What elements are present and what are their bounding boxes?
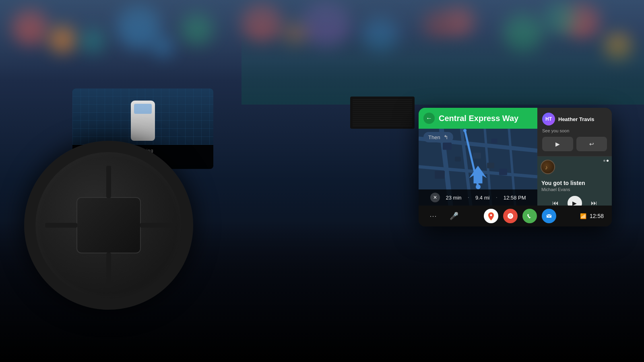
navbar-time: 12:58 xyxy=(590,213,604,219)
svg-rect-10 xyxy=(473,153,481,159)
music-note-icon: ♪ xyxy=(544,163,552,171)
album-art: ♪ xyxy=(541,160,555,174)
avatar-initials: HT xyxy=(545,116,552,122)
messages-icon xyxy=(545,212,553,220)
sender-avatar: HT xyxy=(542,113,555,125)
message-notification-card[interactable]: HT Heather Travis See you soon ▶ ↩ xyxy=(537,108,612,156)
message-actions: ▶ ↩ xyxy=(542,137,607,151)
sender-name: Heather Travis xyxy=(558,116,594,122)
youtube-music-icon xyxy=(506,212,515,220)
messages-app-icon[interactable] xyxy=(542,209,556,223)
message-header: HT Heather Travis xyxy=(542,113,607,125)
map-eta-time: 12:58 PM xyxy=(504,195,526,201)
map-panel[interactable]: ← Central Express Way Then ↰ ✕ 23 min · … xyxy=(419,108,537,206)
nav-direction-arrow xyxy=(469,166,487,183)
music-prev-button[interactable]: ⏮ xyxy=(550,197,561,206)
then-label: Then xyxy=(428,134,440,140)
nav-street-name: Central Express Way xyxy=(439,114,533,123)
map-bottom-bar: ✕ 23 min · 9.4 mi · 12:58 PM xyxy=(419,189,537,206)
music-title: You got to listen xyxy=(541,180,608,186)
microphone-button[interactable]: 🎤 xyxy=(448,210,460,222)
city-background xyxy=(242,32,644,105)
map-close-button[interactable]: ✕ xyxy=(430,193,440,202)
svg-point-9 xyxy=(463,129,466,132)
google-maps-icon xyxy=(487,212,495,220)
nav-direction-icon: ← xyxy=(423,113,435,124)
music-next-button[interactable]: ⏭ xyxy=(588,197,600,206)
phone-icon xyxy=(525,212,534,220)
map-eta-distance: 9.4 mi xyxy=(475,195,489,201)
svg-rect-11 xyxy=(455,157,461,162)
then-turn-indicator: Then ↰ xyxy=(423,132,453,142)
direction-arrow-shape xyxy=(469,166,487,183)
reply-message-button[interactable]: ↩ xyxy=(576,137,607,151)
android-auto-navbar: ⋯ 🎤 xyxy=(419,206,612,226)
navbar-app-icons xyxy=(484,209,556,223)
android-auto-panel: ← Central Express Way Then ↰ ✕ 23 min · … xyxy=(419,108,612,226)
svg-point-22 xyxy=(525,212,534,220)
cluster-car-icon xyxy=(131,101,155,141)
navbar-right-info: 📶 12:58 xyxy=(580,213,604,219)
phone-app-icon[interactable] xyxy=(522,209,537,223)
navigation-header[interactable]: ← Central Express Way xyxy=(419,108,537,129)
svg-rect-15 xyxy=(499,169,507,175)
navbar-left-icons: ⋯ 🎤 xyxy=(427,210,460,222)
music-controls: ⏮ ▶ ⏭ xyxy=(541,196,608,206)
cluster-map xyxy=(72,88,213,145)
signal-icon: 📶 xyxy=(580,213,586,219)
speaker-grille xyxy=(350,97,415,129)
grid-apps-button[interactable]: ⋯ xyxy=(427,210,440,222)
music-artist: Michael Evans xyxy=(541,187,608,192)
music-play-button[interactable]: ▶ xyxy=(568,196,582,206)
map-eta-minutes: 23 min xyxy=(446,195,462,201)
svg-text:♪: ♪ xyxy=(545,164,548,171)
maps-app-icon[interactable] xyxy=(484,209,498,223)
svg-rect-12 xyxy=(487,163,494,169)
then-turn-icon: ↰ xyxy=(444,134,448,140)
message-preview: See you soon xyxy=(542,128,607,134)
right-panel: HT Heather Travis See you soon ▶ ↩ ♪ xyxy=(537,108,612,206)
svg-point-8 xyxy=(476,185,481,189)
svg-rect-13 xyxy=(443,143,452,150)
svg-rect-16 xyxy=(435,171,445,179)
aa-content-area: ← Central Express Way Then ↰ ✕ 23 min · … xyxy=(419,108,612,206)
svg-rect-14 xyxy=(491,139,497,144)
youtube-music-app-icon[interactable] xyxy=(503,209,518,223)
steering-wheel xyxy=(24,141,193,310)
music-player-card[interactable]: ♪ You got to listen Michael Evans ⏮ ▶ ⏭ xyxy=(537,156,612,206)
music-progress-dots xyxy=(603,160,609,162)
play-message-button[interactable]: ▶ xyxy=(542,137,573,151)
